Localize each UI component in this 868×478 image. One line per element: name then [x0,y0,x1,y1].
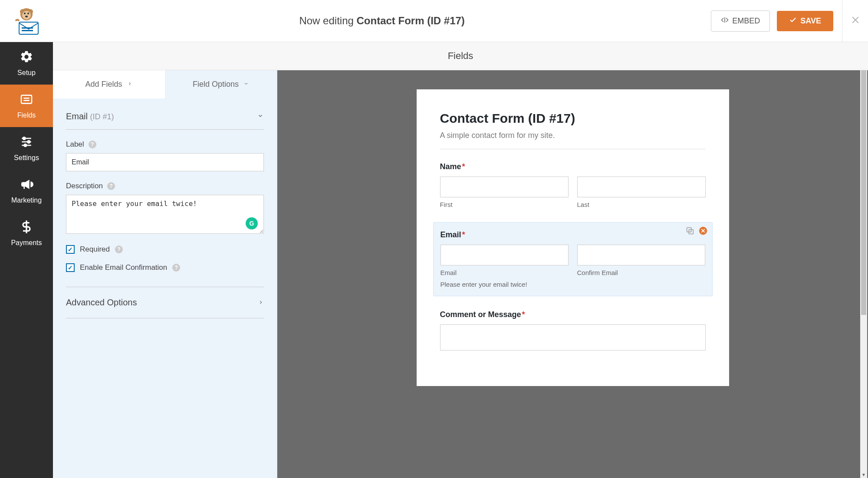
logo [0,6,53,36]
enable-confirmation-checkbox[interactable] [66,263,75,272]
preview-name-field[interactable]: Name* First Last [440,162,706,208]
tab-field-options[interactable]: Field Options [165,70,277,98]
preview-description: A simple contact form for my site. [440,131,706,140]
email-description: Please enter your email twice! [441,281,705,288]
chevron-right-icon [258,298,264,308]
delete-icon[interactable] [698,226,708,236]
sidebar-label: Setup [17,69,36,77]
sidebar-item-marketing[interactable]: Marketing [0,170,53,212]
required-label: Required [80,245,110,254]
help-icon[interactable]: ? [89,141,96,148]
svg-point-20 [24,144,26,146]
help-icon[interactable]: ? [115,246,123,253]
preview-message-field[interactable]: Comment or Message* [440,310,706,350]
last-sublabel: Last [577,201,706,208]
save-button[interactable]: SAVE [777,11,833,31]
field-header[interactable]: Email (ID #1) [66,111,264,130]
close-icon [850,14,861,27]
scrollbar-thumb[interactable] [861,70,866,315]
check-icon [789,16,797,26]
required-asterisk: * [462,162,465,171]
sidebar-item-payments[interactable]: Payments [0,212,53,255]
sidebar-item-settings[interactable]: Settings [0,127,53,170]
email-input[interactable] [441,245,569,265]
svg-point-19 [28,141,30,143]
svg-rect-9 [22,27,33,29]
gear-icon [20,50,33,65]
required-asterisk: * [522,310,525,319]
enable-confirmation-label: Enable Email Confirmation [80,263,167,272]
message-textarea[interactable] [440,324,706,350]
bullhorn-icon [20,177,33,193]
field-name: Email [66,111,88,121]
duplicate-icon[interactable] [685,226,695,236]
list-icon [20,92,33,108]
message-label: Comment or Message [440,310,521,319]
description-caption: Description [66,182,103,190]
help-icon[interactable]: ? [107,182,115,190]
required-checkbox[interactable] [66,245,75,254]
first-sublabel: First [440,201,569,208]
confirm-email-sublabel: Confirm Email [577,269,705,276]
advanced-options-toggle[interactable]: Advanced Options [66,287,264,318]
svg-point-18 [23,137,25,139]
chevron-right-icon [127,80,133,89]
first-name-input[interactable] [440,177,569,197]
section-title: Fields [53,42,868,70]
name-label: Name [440,162,461,171]
preview-email-field[interactable]: Email* Email Confirm Email [433,222,713,296]
editing-title: Now editing Contact Form (ID #17) [53,15,711,27]
svg-point-4 [24,13,26,14]
label-caption: Label [66,140,84,149]
svg-point-3 [22,11,31,20]
chevron-down-icon [243,80,249,89]
chevron-down-icon [257,112,264,121]
vertical-scrollbar[interactable]: ▲ ▼ [860,70,867,478]
advanced-label: Advanced Options [66,298,137,308]
save-label: SAVE [800,16,821,26]
svg-point-5 [27,13,29,14]
dollar-icon [20,220,33,236]
sidebar-label: Payments [11,239,42,247]
confirm-email-input[interactable] [577,245,705,265]
field-panel: Add Fields Field Options Email (ID [53,70,277,478]
email-label: Email [441,230,461,239]
preview-area: Contact Form (ID #17) A simple contact f… [277,70,868,478]
tab-label: Add Fields [85,80,122,89]
svg-point-6 [25,16,28,17]
help-icon[interactable]: ? [172,264,180,272]
editing-prefix: Now editing [299,15,356,26]
email-sublabel: Email [441,269,569,276]
sliders-icon [20,135,33,151]
sidebar: Setup Fields Settings Marketing Payments [0,42,53,478]
grammarly-icon[interactable]: G [246,217,258,229]
sidebar-item-fields[interactable]: Fields [0,85,53,127]
preview-card: Contact Form (ID #17) A simple contact f… [417,89,729,386]
description-input[interactable] [66,195,264,234]
tab-label: Field Options [193,80,239,89]
close-button[interactable] [842,0,868,42]
sidebar-item-setup[interactable]: Setup [0,42,53,85]
sidebar-label: Marketing [11,196,42,204]
sidebar-label: Fields [17,111,36,119]
preview-title: Contact Form (ID #17) [440,111,706,126]
sidebar-label: Settings [14,154,39,162]
svg-rect-12 [21,95,32,104]
tab-add-fields[interactable]: Add Fields [53,70,165,98]
label-input[interactable] [66,153,264,171]
scroll-down-arrow[interactable]: ▼ [860,471,867,478]
required-asterisk: * [462,230,465,239]
field-id-hint: (ID #1) [90,112,114,121]
code-icon [721,16,729,26]
embed-label: EMBED [732,16,760,26]
embed-button[interactable]: EMBED [711,10,770,32]
topbar: Now editing Contact Form (ID #17) EMBED … [0,0,868,42]
svg-rect-10 [22,30,33,31]
last-name-input[interactable] [577,177,706,197]
form-name: Contact Form (ID #17) [357,15,465,26]
